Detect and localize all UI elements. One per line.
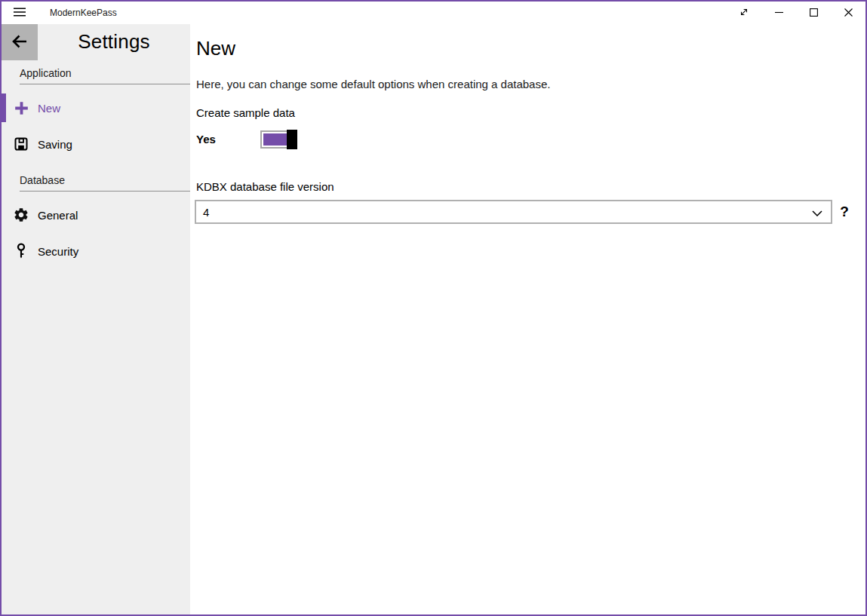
sidebar-item-label: New	[38, 102, 60, 115]
create-sample-data-label: Create sample data	[196, 106, 856, 119]
kdbx-version-row: 4 ?	[195, 200, 856, 224]
maximize-icon	[810, 8, 818, 19]
back-arrow-icon	[11, 32, 29, 53]
key-icon	[12, 242, 30, 260]
toggle-state-label: Yes	[196, 133, 260, 146]
page-description: Here, you can change some default option…	[196, 78, 856, 90]
section-header-database: Database	[20, 174, 190, 192]
database-nav-group: General Security	[2, 197, 190, 269]
back-button[interactable]	[2, 24, 38, 60]
hamburger-menu-button[interactable]	[2, 2, 38, 24]
sidebar-item-label: General	[38, 209, 78, 222]
app-window: ModernKeePass	[0, 0, 867, 616]
sidebar-title: Settings	[38, 24, 190, 60]
settings-sidebar: Settings Application New	[2, 24, 190, 614]
sidebar-item-general[interactable]: General	[2, 197, 190, 233]
page-title: New	[196, 37, 856, 60]
save-icon	[12, 135, 30, 153]
application-nav-group: New Saving	[2, 90, 190, 162]
sidebar-header: Settings	[2, 24, 190, 60]
sidebar-item-saving[interactable]: Saving	[2, 126, 190, 162]
fullscreen-button[interactable]	[727, 2, 761, 24]
toggle-thumb[interactable]	[287, 130, 297, 149]
expand-icon	[739, 7, 749, 20]
sidebar-item-label: Saving	[38, 138, 72, 151]
dropdown-selected-value: 4	[203, 206, 209, 219]
kdbx-version-label: KDBX database file version	[196, 180, 856, 193]
maximize-button[interactable]	[796, 2, 831, 24]
gear-icon	[12, 206, 30, 224]
close-icon	[844, 8, 853, 19]
help-button[interactable]: ?	[832, 204, 856, 220]
create-sample-data-row: Yes	[196, 129, 856, 149]
app-body: Settings Application New	[2, 24, 865, 614]
chevron-down-icon	[812, 206, 822, 219]
toggle-track	[260, 130, 291, 149]
kdbx-version-dropdown[interactable]: 4	[195, 200, 832, 224]
plus-icon	[12, 99, 30, 117]
hamburger-icon	[12, 5, 27, 22]
sidebar-item-label: Security	[38, 245, 78, 258]
minimize-icon	[775, 8, 783, 19]
sidebar-item-new[interactable]: New	[2, 90, 190, 126]
sidebar-item-security[interactable]: Security	[2, 233, 190, 269]
window-title: ModernKeePass	[50, 8, 117, 18]
titlebar: ModernKeePass	[2, 2, 865, 24]
settings-new-page: New Here, you can change some default op…	[190, 24, 865, 614]
toggle-fill	[263, 133, 287, 146]
window-controls	[727, 2, 865, 24]
section-header-application: Application	[20, 67, 190, 84]
minimize-button[interactable]	[761, 2, 796, 24]
close-button[interactable]	[831, 2, 865, 24]
create-sample-data-toggle[interactable]	[260, 130, 291, 149]
